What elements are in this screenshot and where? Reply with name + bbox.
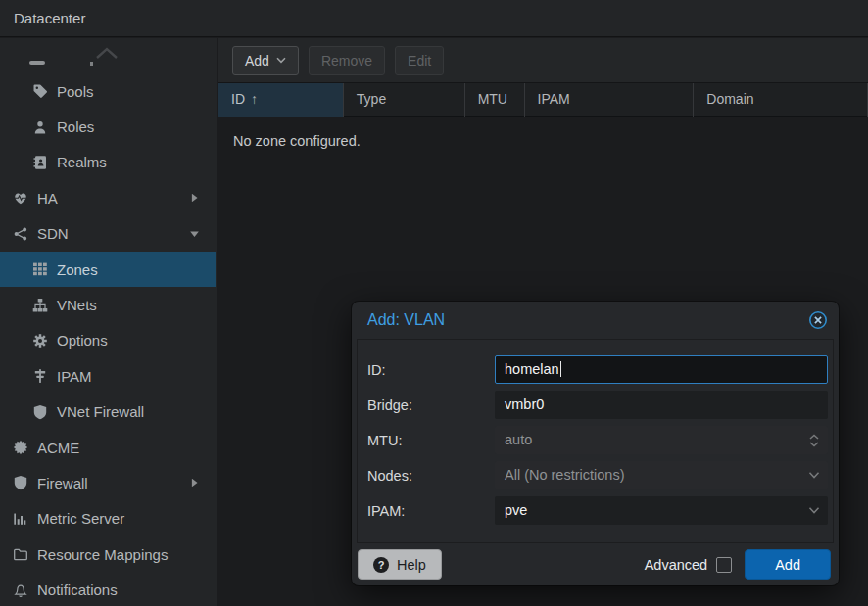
bell-icon [13,583,30,598]
ipam-select[interactable]: pve [495,496,828,525]
sidebar-item-label: Options [57,332,108,349]
sidebar-item-label: SDN [37,225,69,242]
grid-empty-text: No zone configured. [233,133,868,149]
certificate-icon [13,440,30,455]
chevron-up-icon [94,46,120,63]
id-input[interactable]: homelan [495,355,828,384]
dialog-footer: ? Help Advanced Add [352,543,839,585]
shield-icon [13,475,30,490]
window-title: Datacenter [0,0,868,37]
sort-ascending-icon: ↑ [251,91,258,107]
chevron-right-icon[interactable] [188,477,201,489]
sidebar-item-acme[interactable]: ACME [0,430,216,465]
column-label: MTU [478,91,507,107]
sidebar-item-ipam[interactable]: IPAM [0,358,216,394]
sidebar-item-vnet-firewall[interactable]: VNet Firewall [0,395,216,430]
sidebar-nav: PoolsRolesRealmsHASDNZonesVNetsOptionsIP… [0,73,216,606]
sidebar-item-label: Resource Mappings [37,546,168,563]
sidebar-item-label: Pools [57,83,94,100]
form-row: MTU:auto [367,426,828,454]
column-label: Domain [706,91,753,107]
chevron-down-icon[interactable] [188,227,201,240]
question-circle-icon: ? [373,557,389,573]
column-header-mtu[interactable]: MTU [465,83,525,117]
bar-chart-icon [13,511,30,527]
mtu-spinner[interactable]: auto [495,426,828,454]
advanced-label: Advanced [645,557,708,573]
dialog-title: Add: VLAN [367,311,808,329]
chevron-down-icon[interactable] [808,462,820,489]
remove-button[interactable]: Remove [309,46,385,75]
zones-toolbar: AddRemoveEdit [218,38,868,83]
column-header-domain[interactable]: Domain [694,83,868,117]
folder-icon [13,546,30,562]
chevron-right-icon[interactable] [188,192,201,205]
form-row: Nodes:All (No restrictions) [367,461,828,489]
field-value: vmbr0 [505,396,544,412]
clipped-item-fragment [90,62,93,66]
field-label: Bridge: [367,397,495,413]
sidebar-item-zones[interactable]: Zones [0,252,216,287]
text-cursor [560,361,561,377]
sidebar-item-label: Zones [57,261,98,278]
column-label: ID [231,91,245,107]
grid-header: ID↑TypeMTUIPAMDomain [218,83,868,117]
add-vlan-dialog: Add: VLAN ID:homelanBridge:vmbr0MTU:auto… [352,302,839,585]
edit-button[interactable]: Edit [395,46,444,75]
sidebar-item-label: Notifications [37,582,118,598]
close-icon[interactable] [808,310,828,330]
nodes-select[interactable]: All (No restrictions) [495,461,828,489]
toolbar-button-label: Remove [321,53,372,69]
column-header-ipam[interactable]: IPAM [525,83,695,117]
add-submit-button[interactable]: Add [745,549,831,580]
add-button[interactable]: Add [232,46,299,75]
dialog-body: ID:homelanBridge:vmbr0MTU:autoNodes:All … [357,339,834,543]
gear-icon [32,333,50,349]
sidebar-item-options[interactable]: Options [0,323,216,358]
chevron-down-icon [276,57,286,64]
column-label: Type [357,91,386,107]
tag-icon [32,83,50,99]
field-value: pve [505,502,527,518]
sidebar-item-sdn[interactable]: SDN [0,216,216,252]
help-button[interactable]: ? Help [358,549,442,580]
form-row: Bridge:vmbr0 [367,391,828,419]
sidebar-item-resource-mappings[interactable]: Resource Mappings [0,536,216,572]
user-icon [32,119,50,135]
sidebar-item-metric-server[interactable]: Metric Server [0,501,216,536]
resource-tree-sidebar: PoolsRolesRealmsHASDNZonesVNetsOptionsIP… [0,38,217,606]
heartbeat-icon [13,190,30,206]
field-label: MTU: [367,433,495,448]
dialog-header[interactable]: Add: VLAN [352,302,839,339]
sidebar-item-notifications[interactable]: Notifications [0,572,216,606]
sidebar-item-label: ACME [37,440,79,456]
field-label: IPAM: [367,503,495,519]
sidebar-item-realms[interactable]: Realms [0,145,216,180]
advanced-checkbox[interactable] [716,557,732,573]
form-row: ID:homelan [367,355,828,384]
toolbar-button-label: Add [245,53,269,69]
sidebar-item-label: Firewall [37,475,88,491]
field-value: auto [505,432,532,447]
sidebar-item-label: VNet Firewall [57,403,144,420]
toolbar-button-label: Edit [408,53,431,69]
column-header-id[interactable]: ID↑ [218,83,344,117]
clipped-item-fragment [29,61,45,65]
field-label: ID: [367,362,495,378]
bridge-input[interactable]: vmbr0 [495,391,828,419]
column-header-type[interactable]: Type [344,83,465,117]
address-book-icon [32,155,50,170]
sidebar-item-ha[interactable]: HA [0,180,216,215]
field-value: homelan [505,361,559,377]
sidebar-item-label: VNets [57,297,97,313]
spinner-arrows-icon[interactable] [808,427,820,453]
column-label: IPAM [538,91,570,107]
sidebar-item-label: Realms [57,154,107,170]
sidebar-item-firewall[interactable]: Firewall [0,465,216,500]
sidebar-item-vnets[interactable]: VNets [0,287,216,322]
sidebar-item-roles[interactable]: Roles [0,109,216,144]
network-nodes-icon [13,226,30,242]
chevron-down-icon[interactable] [808,497,820,524]
sidebar-item-pools[interactable]: Pools [0,73,216,109]
sidebar-item-label: IPAM [57,368,92,385]
